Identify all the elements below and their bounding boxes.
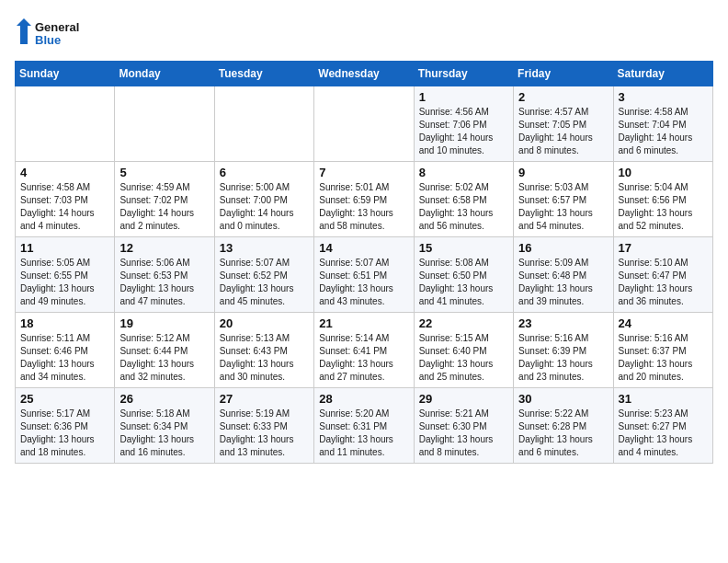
day-info: Sunrise: 5:12 AM Sunset: 6:44 PM Dayligh… xyxy=(119,332,209,384)
header-day-friday: Friday xyxy=(514,62,613,86)
day-info: Sunrise: 5:04 AM Sunset: 6:56 PM Dayligh… xyxy=(619,181,708,233)
day-info: Sunrise: 5:16 AM Sunset: 6:37 PM Dayligh… xyxy=(619,332,708,384)
day-number: 23 xyxy=(518,316,608,330)
week-row-1: 4Sunrise: 4:58 AM Sunset: 7:03 PM Daylig… xyxy=(16,162,713,237)
logo: GeneralBlue xyxy=(15,15,79,52)
week-row-3: 18Sunrise: 5:11 AM Sunset: 6:46 PM Dayli… xyxy=(16,313,713,388)
day-number: 7 xyxy=(319,166,408,179)
day-number: 28 xyxy=(319,392,408,406)
day-info: Sunrise: 5:06 AM Sunset: 6:53 PM Dayligh… xyxy=(119,257,209,308)
calendar-cell: 30Sunrise: 5:22 AM Sunset: 6:28 PM Dayli… xyxy=(514,388,613,464)
day-info: Sunrise: 5:23 AM Sunset: 6:27 PM Dayligh… xyxy=(619,408,708,459)
day-number: 3 xyxy=(619,90,708,104)
calendar-cell: 9Sunrise: 5:03 AM Sunset: 6:57 PM Daylig… xyxy=(514,162,613,237)
calendar-cell: 28Sunrise: 5:20 AM Sunset: 6:31 PM Dayli… xyxy=(314,388,414,464)
svg-rect-3 xyxy=(20,26,28,44)
day-info: Sunrise: 5:18 AM Sunset: 6:34 PM Dayligh… xyxy=(119,408,209,459)
calendar-cell: 3Sunrise: 4:58 AM Sunset: 7:04 PM Daylig… xyxy=(613,86,712,162)
day-info: Sunrise: 5:09 AM Sunset: 6:48 PM Dayligh… xyxy=(518,257,608,308)
day-number: 27 xyxy=(220,392,309,406)
day-number: 16 xyxy=(518,241,608,255)
header-day-wednesday: Wednesday xyxy=(314,62,414,86)
calendar-cell: 18Sunrise: 5:11 AM Sunset: 6:46 PM Dayli… xyxy=(16,313,115,388)
day-number: 31 xyxy=(619,392,708,406)
calendar-cell: 13Sunrise: 5:07 AM Sunset: 6:52 PM Dayli… xyxy=(214,237,313,313)
calendar-cell: 20Sunrise: 5:13 AM Sunset: 6:43 PM Dayli… xyxy=(214,313,313,388)
svg-text:General: General xyxy=(35,20,79,34)
calendar-cell: 2Sunrise: 4:57 AM Sunset: 7:05 PM Daylig… xyxy=(514,86,613,162)
calendar-cell: 10Sunrise: 5:04 AM Sunset: 6:56 PM Dayli… xyxy=(613,162,712,237)
calendar-cell: 21Sunrise: 5:14 AM Sunset: 6:41 PM Dayli… xyxy=(314,313,414,388)
day-info: Sunrise: 5:05 AM Sunset: 6:55 PM Dayligh… xyxy=(20,257,109,308)
header-day-sunday: Sunday xyxy=(16,62,115,86)
day-info: Sunrise: 4:58 AM Sunset: 7:03 PM Dayligh… xyxy=(20,181,109,233)
calendar-cell xyxy=(314,86,414,162)
calendar-cell: 8Sunrise: 5:02 AM Sunset: 6:58 PM Daylig… xyxy=(414,162,513,237)
day-number: 12 xyxy=(119,241,209,255)
day-number: 6 xyxy=(220,166,309,179)
header-day-tuesday: Tuesday xyxy=(214,62,313,86)
day-info: Sunrise: 5:16 AM Sunset: 6:39 PM Dayligh… xyxy=(518,332,608,384)
day-number: 19 xyxy=(119,316,209,330)
day-number: 2 xyxy=(518,90,608,104)
calendar-cell: 15Sunrise: 5:08 AM Sunset: 6:50 PM Dayli… xyxy=(414,237,513,313)
day-number: 8 xyxy=(419,166,508,179)
logo-svg: GeneralBlue xyxy=(15,15,79,52)
calendar-cell: 5Sunrise: 4:59 AM Sunset: 7:02 PM Daylig… xyxy=(115,162,214,237)
day-info: Sunrise: 4:56 AM Sunset: 7:06 PM Dayligh… xyxy=(419,106,508,157)
day-number: 14 xyxy=(319,241,408,255)
calendar-cell: 16Sunrise: 5:09 AM Sunset: 6:48 PM Dayli… xyxy=(514,237,613,313)
svg-text:Blue: Blue xyxy=(35,33,61,47)
day-info: Sunrise: 5:07 AM Sunset: 6:52 PM Dayligh… xyxy=(220,257,309,308)
day-info: Sunrise: 5:19 AM Sunset: 6:33 PM Dayligh… xyxy=(220,408,309,459)
day-number: 26 xyxy=(119,392,209,406)
day-info: Sunrise: 5:08 AM Sunset: 6:50 PM Dayligh… xyxy=(419,257,508,308)
day-number: 18 xyxy=(20,316,109,330)
day-number: 30 xyxy=(518,392,608,406)
calendar-cell: 1Sunrise: 4:56 AM Sunset: 7:06 PM Daylig… xyxy=(414,86,513,162)
day-number: 17 xyxy=(619,241,708,255)
calendar-cell: 17Sunrise: 5:10 AM Sunset: 6:47 PM Dayli… xyxy=(613,237,712,313)
day-number: 15 xyxy=(419,241,508,255)
calendar-cell xyxy=(16,86,115,162)
day-info: Sunrise: 5:03 AM Sunset: 6:57 PM Dayligh… xyxy=(518,181,608,233)
week-row-4: 25Sunrise: 5:17 AM Sunset: 6:36 PM Dayli… xyxy=(16,388,713,464)
day-info: Sunrise: 5:11 AM Sunset: 6:46 PM Dayligh… xyxy=(20,332,109,384)
calendar-cell: 19Sunrise: 5:12 AM Sunset: 6:44 PM Dayli… xyxy=(115,313,214,388)
calendar-cell: 12Sunrise: 5:06 AM Sunset: 6:53 PM Dayli… xyxy=(115,237,214,313)
day-number: 29 xyxy=(419,392,508,406)
day-number: 5 xyxy=(119,166,209,179)
day-info: Sunrise: 5:17 AM Sunset: 6:36 PM Dayligh… xyxy=(20,408,109,459)
calendar-cell: 6Sunrise: 5:00 AM Sunset: 7:00 PM Daylig… xyxy=(214,162,313,237)
calendar-cell: 29Sunrise: 5:21 AM Sunset: 6:30 PM Dayli… xyxy=(414,388,513,464)
day-info: Sunrise: 5:15 AM Sunset: 6:40 PM Dayligh… xyxy=(419,332,508,384)
week-row-0: 1Sunrise: 4:56 AM Sunset: 7:06 PM Daylig… xyxy=(16,86,713,162)
calendar-cell: 25Sunrise: 5:17 AM Sunset: 6:36 PM Dayli… xyxy=(16,388,115,464)
week-row-2: 11Sunrise: 5:05 AM Sunset: 6:55 PM Dayli… xyxy=(16,237,713,313)
calendar-cell: 27Sunrise: 5:19 AM Sunset: 6:33 PM Dayli… xyxy=(214,388,313,464)
calendar-cell: 14Sunrise: 5:07 AM Sunset: 6:51 PM Dayli… xyxy=(314,237,414,313)
day-info: Sunrise: 4:57 AM Sunset: 7:05 PM Dayligh… xyxy=(518,106,608,157)
svg-marker-2 xyxy=(17,18,31,26)
calendar-cell xyxy=(115,86,214,162)
calendar-cell: 26Sunrise: 5:18 AM Sunset: 6:34 PM Dayli… xyxy=(115,388,214,464)
calendar-header: SundayMondayTuesdayWednesdayThursdayFrid… xyxy=(16,62,713,86)
day-number: 21 xyxy=(319,316,408,330)
day-number: 22 xyxy=(419,316,508,330)
day-number: 20 xyxy=(220,316,309,330)
calendar-cell: 7Sunrise: 5:01 AM Sunset: 6:59 PM Daylig… xyxy=(314,162,414,237)
day-info: Sunrise: 5:00 AM Sunset: 7:00 PM Dayligh… xyxy=(220,181,309,233)
day-info: Sunrise: 5:07 AM Sunset: 6:51 PM Dayligh… xyxy=(319,257,408,308)
day-number: 25 xyxy=(20,392,109,406)
day-number: 10 xyxy=(619,166,708,179)
calendar-cell: 31Sunrise: 5:23 AM Sunset: 6:27 PM Dayli… xyxy=(613,388,712,464)
header-day-saturday: Saturday xyxy=(613,62,712,86)
day-info: Sunrise: 5:22 AM Sunset: 6:28 PM Dayligh… xyxy=(518,408,608,459)
day-info: Sunrise: 5:01 AM Sunset: 6:59 PM Dayligh… xyxy=(319,181,408,233)
calendar-cell: 23Sunrise: 5:16 AM Sunset: 6:39 PM Dayli… xyxy=(514,313,613,388)
day-info: Sunrise: 4:59 AM Sunset: 7:02 PM Dayligh… xyxy=(119,181,209,233)
header-day-monday: Monday xyxy=(115,62,214,86)
day-number: 9 xyxy=(518,166,608,179)
calendar-table: SundayMondayTuesdayWednesdayThursdayFrid… xyxy=(15,61,713,464)
header-day-thursday: Thursday xyxy=(414,62,513,86)
